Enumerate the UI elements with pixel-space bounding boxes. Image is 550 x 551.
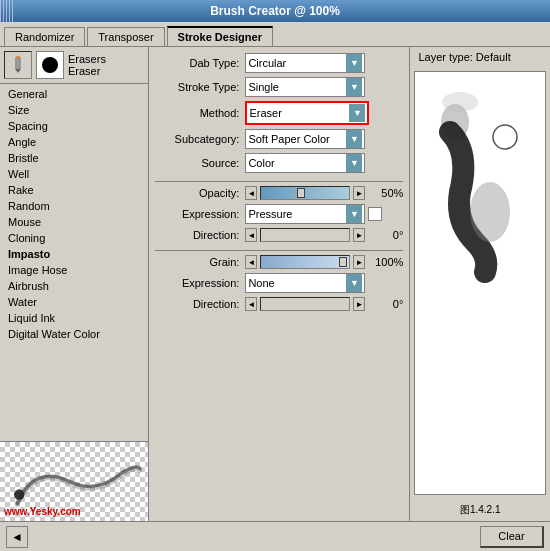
category-random[interactable]: Random [0,198,148,214]
source-select[interactable]: Color ▼ [245,153,365,173]
brush-category-name: Erasers [68,53,144,65]
clear-button[interactable]: Clear [480,526,544,548]
dab-type-arrow[interactable]: ▼ [346,54,362,72]
dab-type-control: Circular ▼ [245,53,403,73]
pencil-icon[interactable] [4,51,32,79]
category-spacing[interactable]: Spacing [0,118,148,134]
main-container: Randomizer Transposer Stroke Designer [0,22,550,551]
direction1-label: Direction: [155,229,245,241]
direction2-right[interactable]: ► [353,297,365,311]
method-select[interactable]: Eraser ▼ [247,103,367,123]
category-list: General Size Spacing Angle Bristle Well … [0,84,148,441]
direction1-value: 0° [368,229,403,241]
tab-transposer[interactable]: Transposer [87,27,164,46]
direction1-track[interactable] [260,228,350,242]
grain-value: 100% [368,256,403,268]
category-rake[interactable]: Rake [0,182,148,198]
category-well[interactable]: Well [0,166,148,182]
stroke-type-select[interactable]: Single ▼ [245,77,365,97]
category-liquid-ink[interactable]: Liquid Ink [0,310,148,326]
method-control: Eraser ▼ [245,101,403,125]
category-general[interactable]: General [0,86,148,102]
direction1-left[interactable]: ◄ [245,228,257,242]
expression2-control: None ▼ [245,273,403,293]
layer-type-label: Layer type: Default [410,47,550,67]
figure-label: 图1.4.2.1 [410,499,550,521]
grain-label: Grain: [155,256,245,268]
brush-selector: Erasers Eraser [0,47,148,84]
divider-1 [155,181,403,182]
category-digital-water-color[interactable]: Digital Water Color [0,326,148,342]
tab-bar: Randomizer Transposer Stroke Designer [0,22,550,46]
category-size[interactable]: Size [0,102,148,118]
expression1-checkbox[interactable] [368,207,382,221]
dab-type-select[interactable]: Circular ▼ [245,53,365,73]
stroke-type-arrow[interactable]: ▼ [346,78,362,96]
nav-left-button[interactable]: ◄ [6,526,28,548]
category-angle[interactable]: Angle [0,134,148,150]
category-impasto[interactable]: Impasto [0,246,148,262]
direction2-track[interactable] [260,297,350,311]
grain-control: ◄ ► 100% [245,255,403,269]
category-airbrush[interactable]: Airbrush [0,278,148,294]
dab-type-row: Dab Type: Circular ▼ [155,53,403,73]
subcategory-select[interactable]: Soft Paper Color ▼ [245,129,365,149]
svg-point-3 [42,57,58,73]
grain-thumb[interactable] [339,257,347,267]
tab-randomizer[interactable]: Randomizer [4,27,85,46]
grain-left[interactable]: ◄ [245,255,257,269]
direction1-right[interactable]: ► [353,228,365,242]
expression2-select[interactable]: None ▼ [245,273,365,293]
stroke-type-label: Stroke Type: [155,81,245,93]
tab-stroke-designer[interactable]: Stroke Designer [167,26,273,46]
stroke-type-row: Stroke Type: Single ▼ [155,77,403,97]
direction1-control: ◄ ► 0° [245,228,403,242]
source-row: Source: Color ▼ [155,153,403,173]
opacity-slider-track[interactable] [260,186,350,200]
source-control: Color ▼ [245,153,403,173]
category-water[interactable]: Water [0,294,148,310]
expression1-arrow[interactable]: ▼ [346,205,362,223]
direction2-control: ◄ ► 0° [245,297,403,311]
source-arrow[interactable]: ▼ [346,154,362,172]
category-mouse[interactable]: Mouse [0,214,148,230]
stroke-type-control: Single ▼ [245,77,403,97]
category-bristle[interactable]: Bristle [0,150,148,166]
subcategory-label: Subcategory: [155,133,245,145]
dab-type-label: Dab Type: [155,57,245,69]
svg-marker-1 [15,69,21,73]
brush-preview-svg [420,72,546,292]
svg-rect-2 [16,56,20,59]
opacity-slider-thumb[interactable] [297,188,305,198]
method-label: Method: [155,107,245,119]
expression2-row: Expression: None ▼ [155,273,403,293]
direction2-value: 0° [368,298,403,310]
opacity-slider-right[interactable]: ► [353,186,365,200]
brush-dropdown[interactable]: Erasers Eraser [68,53,144,77]
subcategory-row: Subcategory: Soft Paper Color ▼ [155,129,403,149]
svg-point-4 [14,489,24,499]
middle-panel: Dab Type: Circular ▼ Stroke Type: Single… [149,47,409,521]
grain-right[interactable]: ► [353,255,365,269]
expression2-label: Expression: [155,277,245,289]
left-panel: Erasers Eraser General Size Spacing Angl… [0,47,149,521]
direction1-row: Direction: ◄ ► 0° [155,228,403,242]
opacity-row: Opacity: ◄ ► 50% [155,186,403,200]
category-cloning[interactable]: Cloning [0,230,148,246]
expression1-select[interactable]: Pressure ▼ [245,204,365,224]
source-label: Source: [155,157,245,169]
opacity-slider-left[interactable]: ◄ [245,186,257,200]
method-arrow[interactable]: ▼ [349,104,365,122]
brush-name: Eraser [68,65,144,77]
method-select-wrapper: Eraser ▼ [245,101,369,125]
direction2-left[interactable]: ◄ [245,297,257,311]
watermark: www.Yesky.com [4,506,81,517]
expression2-arrow[interactable]: ▼ [346,274,362,292]
brush-stroke-preview: www.Yesky.com [0,441,148,521]
grain-track[interactable] [260,255,350,269]
opacity-label: Opacity: [155,187,245,199]
category-image-hose[interactable]: Image Hose [0,262,148,278]
subcategory-arrow[interactable]: ▼ [346,130,362,148]
subcategory-control: Soft Paper Color ▼ [245,129,403,149]
opacity-control: ◄ ► 50% [245,186,403,200]
